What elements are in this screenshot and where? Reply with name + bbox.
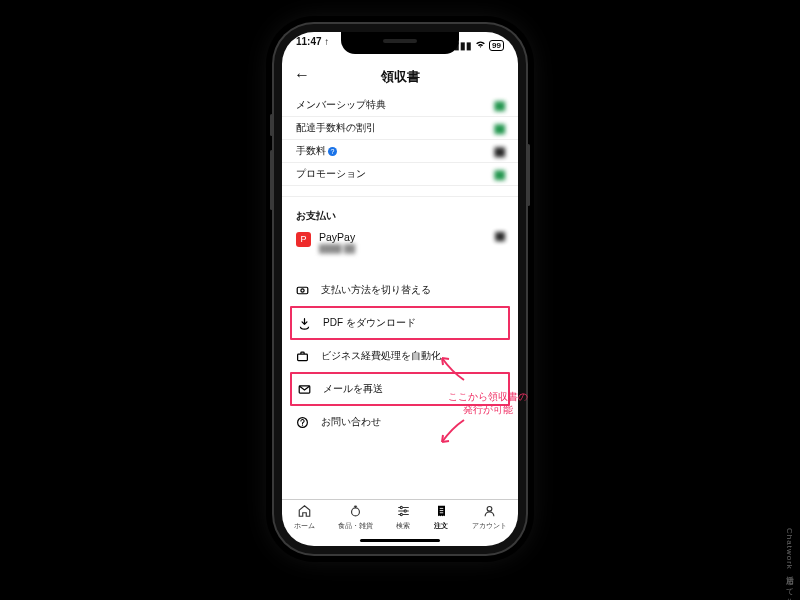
- search-tab-icon: [396, 504, 411, 521]
- summary-value: ▇▇: [495, 123, 504, 134]
- battery-icon: 99: [489, 40, 504, 51]
- summary-value: ▇▇: [495, 169, 504, 180]
- payment-amount: ▇▇: [495, 231, 504, 241]
- briefcase-icon: [296, 350, 309, 363]
- nav-bar: ← 領収書: [282, 62, 518, 92]
- download-icon: [298, 317, 311, 330]
- status-indicators: ▮▮▮ 99: [454, 36, 504, 54]
- automate-expense-label: ビジネス経費処理を自動化: [321, 349, 441, 363]
- tab-orders[interactable]: 注文: [434, 504, 449, 529]
- annotation-text: ここから領収書の発行が可能: [448, 390, 528, 416]
- phone-screen: 11:47 ↑ ▮▮▮ 99 ← 領収書 メンバーシップ特典 ▇▇ 配達手数料の…: [282, 32, 518, 546]
- summary-label: メンバーシップ特典: [296, 99, 386, 112]
- svg-point-6: [351, 508, 359, 516]
- mail-icon: [298, 383, 311, 396]
- svg-point-1: [301, 288, 304, 291]
- home-icon: [294, 504, 315, 521]
- svg-point-8: [404, 510, 406, 512]
- help-icon[interactable]: ?: [328, 147, 337, 156]
- back-button[interactable]: ←: [294, 66, 310, 84]
- page-title: 領収書: [381, 68, 420, 86]
- svg-rect-0: [297, 287, 308, 294]
- summary-value: ▇▇: [495, 100, 504, 111]
- spacer: [282, 263, 518, 275]
- payment-method-name: PayPay: [319, 231, 355, 243]
- svg-point-10: [487, 506, 492, 511]
- tab-search[interactable]: 検索: [396, 504, 411, 529]
- highlight-pdf: PDF をダウンロード: [290, 306, 510, 340]
- paypay-icon: P: [296, 232, 311, 247]
- svg-point-5: [302, 424, 303, 425]
- resend-mail-label: メールを再送: [323, 382, 383, 396]
- tab-label: 検索: [396, 522, 410, 529]
- notch: [341, 32, 459, 54]
- summary-row-promotion: プロモーション ▇▇: [282, 163, 518, 186]
- watermark: Chatwork活用して作成: [783, 528, 794, 594]
- payment-method-row[interactable]: P PayPay ████ ██ ▇▇: [282, 229, 518, 263]
- summary-row-membership: メンバーシップ特典 ▇▇: [282, 94, 518, 117]
- svg-point-9: [400, 513, 402, 515]
- summary-row-fee: 手数料? ▇▇: [282, 140, 518, 163]
- content-area: メンバーシップ特典 ▇▇ 配達手数料の割引 ▇▇ 手数料? ▇▇ プロモーション…: [282, 94, 518, 504]
- status-time: 11:47 ↑: [296, 36, 329, 54]
- summary-row-delivery-discount: 配達手数料の割引 ▇▇: [282, 117, 518, 140]
- wifi-icon: [475, 40, 486, 51]
- receipt-icon: [434, 504, 449, 521]
- switch-icon: [296, 284, 309, 297]
- download-pdf-label: PDF をダウンロード: [323, 316, 416, 330]
- tab-label: 食品・雑貨: [338, 522, 373, 529]
- help-circle-icon: [296, 416, 309, 429]
- summary-label: 手数料?: [296, 145, 337, 158]
- svg-point-7: [400, 506, 402, 508]
- tab-label: 注文: [434, 522, 448, 529]
- automate-expense-button[interactable]: ビジネス経費処理を自動化: [282, 341, 518, 371]
- payment-section-title: お支払い: [282, 197, 518, 229]
- tab-bar: ホーム 食品・雑貨 検索 注文: [282, 499, 518, 546]
- tab-label: アカウント: [472, 522, 507, 529]
- switch-payment-button[interactable]: 支払い方法を切り替える: [282, 275, 518, 305]
- tab-grocery[interactable]: 食品・雑貨: [338, 504, 373, 529]
- svg-rect-2: [298, 354, 308, 361]
- contact-label: お問い合わせ: [321, 415, 381, 429]
- tab-label: ホーム: [294, 522, 315, 529]
- spacer: [282, 186, 518, 197]
- home-indicator: [360, 539, 440, 542]
- summary-label: プロモーション: [296, 168, 366, 181]
- phone-device-frame: 11:47 ↑ ▮▮▮ 99 ← 領収書 メンバーシップ特典 ▇▇ 配達手数料の…: [274, 24, 526, 554]
- grocery-icon: [338, 504, 373, 521]
- summary-value: ▇▇: [495, 146, 504, 157]
- tab-home[interactable]: ホーム: [294, 504, 315, 529]
- tab-account[interactable]: アカウント: [472, 504, 507, 529]
- account-icon: [472, 504, 507, 521]
- download-pdf-button[interactable]: PDF をダウンロード: [292, 308, 508, 338]
- payment-method-text: PayPay ████ ██: [319, 231, 355, 253]
- summary-label: 配達手数料の割引: [296, 122, 376, 135]
- switch-payment-label: 支払い方法を切り替える: [321, 283, 431, 297]
- side-button-right: [527, 144, 530, 206]
- payment-method-sub: ████ ██: [319, 244, 355, 253]
